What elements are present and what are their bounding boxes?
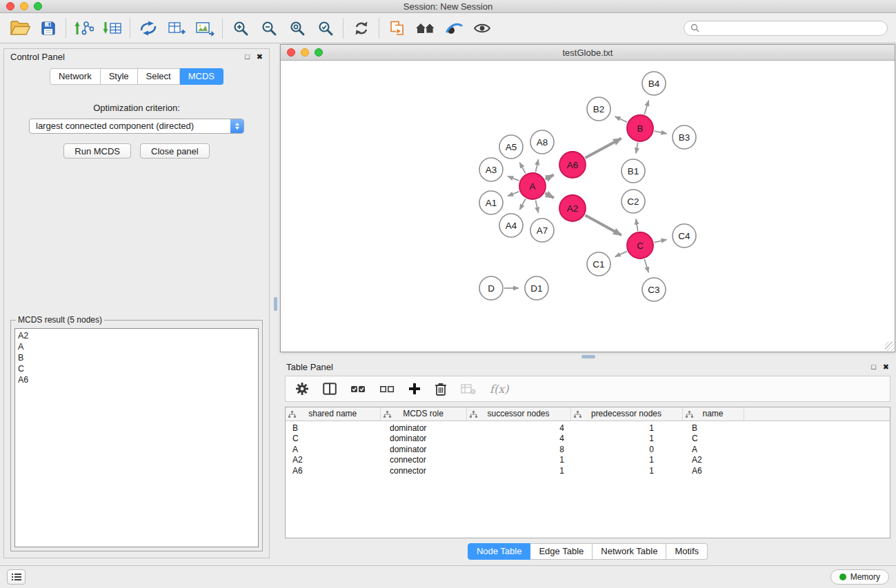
open-documents-button[interactable] bbox=[383, 16, 411, 41]
graph-node-b4[interactable]: B4 bbox=[642, 72, 666, 95]
function-builder-button[interactable]: f(x) bbox=[490, 383, 508, 396]
graph-node-c4[interactable]: C4 bbox=[673, 224, 696, 247]
mcds-result-item[interactable]: C bbox=[18, 363, 255, 374]
table-cell[interactable]: A bbox=[682, 445, 744, 456]
select-all-button[interactable] bbox=[350, 384, 366, 394]
zoom-out-button[interactable] bbox=[255, 16, 283, 41]
open-session-button[interactable] bbox=[6, 16, 34, 41]
graph-edge-c-c1[interactable] bbox=[615, 252, 627, 257]
graph-node-a[interactable]: A bbox=[519, 173, 546, 199]
graph-edge-a-a5[interactable] bbox=[519, 163, 526, 174]
graph-node-a6[interactable]: A6 bbox=[559, 152, 586, 178]
deselect-all-button[interactable] bbox=[379, 384, 395, 394]
control-tab-mcds[interactable]: MCDS bbox=[180, 68, 223, 85]
import-network-button[interactable] bbox=[70, 16, 98, 41]
graph-node-b3[interactable]: B3 bbox=[673, 125, 696, 149]
network-minimize-button[interactable] bbox=[301, 48, 309, 57]
table-cell[interactable]: connector bbox=[380, 466, 466, 477]
network-maximize-button[interactable] bbox=[315, 48, 323, 57]
table-cell[interactable]: 1 bbox=[466, 455, 570, 466]
add-column-button[interactable] bbox=[408, 383, 421, 395]
table-cell[interactable]: 1 bbox=[570, 455, 682, 466]
float-panel-icon[interactable]: □ bbox=[871, 363, 876, 371]
float-panel-icon[interactable]: □ bbox=[245, 53, 250, 61]
table-cell[interactable]: 0 bbox=[570, 445, 682, 456]
graph-node-c1[interactable]: C1 bbox=[587, 252, 610, 276]
refresh-network-button[interactable] bbox=[347, 16, 375, 41]
table-row[interactable]: A2connector11A2 bbox=[286, 455, 890, 466]
graph-edge-b-b2[interactable] bbox=[615, 116, 627, 122]
close-panel-icon[interactable]: ✖ bbox=[257, 53, 263, 61]
column-header-predecessor-nodes[interactable]: predecessor nodes bbox=[570, 407, 682, 420]
graph-edge-a-a6[interactable] bbox=[546, 175, 554, 179]
table-cell[interactable]: C bbox=[682, 434, 744, 445]
graph-node-c3[interactable]: C3 bbox=[642, 278, 666, 301]
control-tab-style[interactable]: Style bbox=[101, 68, 138, 85]
graph-node-a4[interactable]: A4 bbox=[499, 214, 523, 237]
table-cell[interactable]: 1 bbox=[570, 466, 682, 477]
graph-node-a5[interactable]: A5 bbox=[499, 135, 523, 159]
table-row[interactable]: Bdominator41B bbox=[286, 420, 890, 434]
table-cell[interactable]: dominator bbox=[380, 420, 466, 434]
table-row[interactable]: Cdominator41C bbox=[286, 434, 890, 445]
show-hide-details-button[interactable] bbox=[468, 16, 496, 41]
graph-edge-a2-c[interactable] bbox=[585, 215, 621, 235]
home-button[interactable] bbox=[411, 16, 439, 41]
mcds-result-item[interactable]: A2 bbox=[18, 330, 255, 341]
column-header-mcds-role[interactable]: MCDS role bbox=[380, 407, 466, 420]
graph-node-a1[interactable]: A1 bbox=[479, 191, 503, 214]
graph-node-a8[interactable]: A8 bbox=[530, 130, 554, 154]
table-cell[interactable]: 4 bbox=[466, 420, 570, 434]
new-network-button[interactable] bbox=[134, 16, 162, 41]
table-cell[interactable]: 4 bbox=[466, 434, 570, 445]
table-tab-network-table[interactable]: Network Table bbox=[593, 543, 666, 560]
network-canvas[interactable]: AA1A2A3A4A5A6A7A8BB1B2B3B4CC1C2C3C4DD1 bbox=[281, 61, 895, 352]
column-header-shared-name[interactable]: shared name bbox=[286, 407, 380, 420]
graph-edge-b-b3[interactable] bbox=[655, 131, 667, 134]
graph-node-b[interactable]: B bbox=[627, 115, 653, 141]
graph-edge-c-c4[interactable] bbox=[655, 240, 667, 243]
vertical-split-handle[interactable] bbox=[274, 297, 277, 311]
table-settings-button[interactable] bbox=[295, 382, 309, 396]
table-cell[interactable]: B bbox=[286, 420, 380, 434]
table-cell[interactable]: A2 bbox=[286, 455, 380, 466]
graph-node-b1[interactable]: B1 bbox=[621, 159, 645, 183]
graph-edge-b-b1[interactable] bbox=[636, 143, 638, 154]
close-window-button[interactable] bbox=[6, 2, 14, 10]
graph-node-c[interactable]: C bbox=[627, 232, 653, 258]
control-tab-select[interactable]: Select bbox=[138, 68, 180, 85]
show-columns-button[interactable] bbox=[323, 383, 337, 395]
graph-edge-c-c2[interactable] bbox=[636, 219, 638, 232]
fullscreen-window-button[interactable] bbox=[34, 2, 42, 10]
zoom-in-button[interactable] bbox=[226, 16, 255, 41]
table-cell[interactable]: 1 bbox=[570, 434, 682, 445]
graph-edge-a-a3[interactable] bbox=[508, 176, 519, 181]
table-cell[interactable]: B bbox=[682, 420, 744, 434]
table-cell[interactable]: dominator bbox=[380, 445, 466, 456]
table-tab-motifs[interactable]: Motifs bbox=[666, 543, 708, 560]
column-header-successor-nodes[interactable]: successor nodes bbox=[466, 407, 570, 420]
graph-edge-a6-b[interactable] bbox=[585, 139, 621, 158]
search-input[interactable] bbox=[704, 23, 881, 33]
table-tab-node-table[interactable]: Node Table bbox=[468, 543, 531, 560]
graph-node-d[interactable]: D bbox=[479, 276, 503, 300]
close-panel-icon[interactable]: ✖ bbox=[883, 363, 889, 371]
resize-handle[interactable] bbox=[885, 342, 894, 351]
graph-node-c2[interactable]: C2 bbox=[621, 190, 645, 213]
zoom-selected-button[interactable] bbox=[311, 16, 339, 41]
mcds-result-item[interactable]: A6 bbox=[18, 374, 255, 385]
column-header-name[interactable]: name bbox=[682, 407, 744, 420]
table-tab-edge-table[interactable]: Edge Table bbox=[530, 543, 593, 560]
graph-edge-c-c3[interactable] bbox=[644, 259, 648, 272]
new-table-button[interactable] bbox=[162, 16, 190, 41]
control-tab-network[interactable]: Network bbox=[50, 68, 101, 85]
graph-edge-a-a2[interactable] bbox=[545, 193, 553, 198]
table-cell[interactable]: dominator bbox=[380, 434, 466, 445]
graph-edge-a-a8[interactable] bbox=[535, 159, 538, 172]
table-cell[interactable]: A2 bbox=[682, 455, 744, 466]
network-close-button[interactable] bbox=[287, 48, 295, 57]
graph-node-a3[interactable]: A3 bbox=[479, 158, 503, 181]
table-cell[interactable]: 1 bbox=[466, 466, 570, 477]
table-cell[interactable]: C bbox=[286, 434, 380, 445]
table-cell[interactable]: connector bbox=[380, 455, 466, 466]
